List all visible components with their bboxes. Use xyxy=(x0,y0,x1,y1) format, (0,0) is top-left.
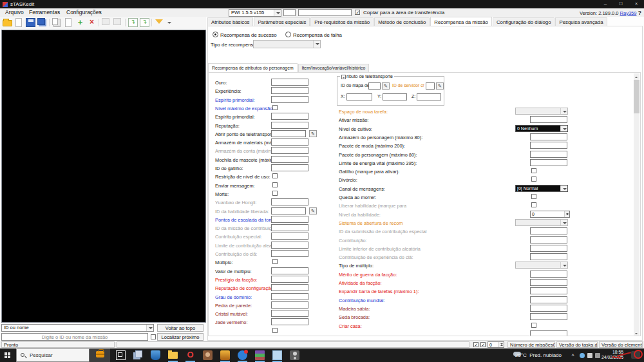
tab-m-todo-de-conclus-o[interactable]: Método de conclusão xyxy=(374,17,430,26)
checkbox[interactable] xyxy=(272,191,278,196)
opera-icon[interactable]: O xyxy=(185,350,195,360)
spinner-arrows-icon[interactable] xyxy=(498,342,504,347)
notification-badge-icon[interactable] xyxy=(625,350,643,361)
status-checkbox-2[interactable] xyxy=(480,342,486,347)
open-folder-icon[interactable] xyxy=(3,20,12,26)
text-input[interactable] xyxy=(271,216,308,223)
taskbar-search-box[interactable]: Pesquisar xyxy=(16,348,90,362)
search-input[interactable]: Digite o ID ou nome da missão xyxy=(1,333,148,341)
text-input[interactable] xyxy=(530,133,567,140)
subtab-2[interactable]: Item/Invocação/variável/histórico xyxy=(298,64,370,72)
checkbox[interactable] xyxy=(531,323,536,328)
save-all-icon[interactable] xyxy=(37,18,45,25)
text-input[interactable] xyxy=(530,279,567,286)
text-input[interactable] xyxy=(530,116,567,123)
find-next-button[interactable]: Localizar próximo xyxy=(157,333,204,341)
search-option-checkbox[interactable] xyxy=(151,334,156,339)
volume-icon[interactable] xyxy=(595,353,600,358)
back-to-top-button[interactable]: Voltar ao topo xyxy=(157,324,204,332)
text-input[interactable] xyxy=(271,96,308,103)
checkbox[interactable] xyxy=(531,202,536,207)
text-input[interactable] xyxy=(271,147,308,154)
text-input[interactable] xyxy=(530,271,567,278)
export-page-icon[interactable] xyxy=(65,18,71,27)
dropdown[interactable]: [0] Normal xyxy=(515,185,568,192)
text-input[interactable] xyxy=(530,227,567,234)
tab-configura-o-do-di-logo[interactable]: Configuração do diálogo xyxy=(493,17,555,26)
weather-text[interactable]: 25°C Pred. nublado xyxy=(515,352,562,358)
text-input[interactable] xyxy=(271,267,308,274)
checkbox[interactable] xyxy=(272,259,278,264)
text-input[interactable] xyxy=(271,164,308,171)
note-icon[interactable] xyxy=(272,350,282,360)
game-icon[interactable] xyxy=(220,350,230,360)
menu-arquivo[interactable]: Arquivo xyxy=(3,9,26,16)
help-icon[interactable]: ? xyxy=(638,10,642,16)
author-link[interactable]: Ray359 xyxy=(620,10,637,16)
text-input[interactable] xyxy=(530,296,567,303)
text-input[interactable] xyxy=(271,79,308,86)
avatar-icon[interactable] xyxy=(203,350,213,360)
text-input[interactable] xyxy=(271,122,308,129)
text-input[interactable] xyxy=(271,113,308,120)
success-reward-radio[interactable] xyxy=(213,32,218,37)
shield-icon[interactable] xyxy=(151,350,160,360)
text-input[interactable] xyxy=(271,130,306,137)
text-input[interactable] xyxy=(271,224,308,231)
text-input[interactable] xyxy=(530,313,567,320)
new-file-icon[interactable] xyxy=(15,18,22,27)
disabled-a-icon[interactable] xyxy=(102,18,109,25)
copy-clipboard-checkbox[interactable] xyxy=(355,10,360,15)
pencil-button[interactable]: ✎ xyxy=(309,130,317,137)
text-input[interactable] xyxy=(530,330,567,336)
checkbox[interactable] xyxy=(272,182,278,187)
text-input[interactable] xyxy=(271,156,308,163)
scroll-up-icon[interactable] xyxy=(634,73,639,79)
status-checkbox-1[interactable] xyxy=(473,342,478,347)
text-input[interactable] xyxy=(271,198,308,205)
text-input[interactable] xyxy=(530,236,567,243)
task-view-icon[interactable] xyxy=(116,350,126,360)
stacked-windows-icon[interactable] xyxy=(135,350,142,357)
add-icon[interactable]: + xyxy=(75,18,85,27)
disabled-b-icon[interactable] xyxy=(113,18,121,25)
search-mode-dropdown[interactable]: ID ou nome xyxy=(1,324,154,332)
taskbar-active-app[interactable] xyxy=(90,348,110,362)
circle-badge-icon[interactable] xyxy=(238,350,247,360)
text-input[interactable] xyxy=(530,142,567,149)
subtab-1[interactable]: Recompensa de atributos do personagem xyxy=(208,63,298,72)
checkbox[interactable] xyxy=(531,194,536,199)
tab-pesquisa-avan-ada[interactable]: Pesquisa avançada xyxy=(555,17,607,26)
text-input[interactable] xyxy=(271,318,308,325)
number-spinner[interactable]: 0 xyxy=(530,211,570,218)
text-input[interactable] xyxy=(530,305,567,312)
text-input[interactable] xyxy=(271,276,308,283)
text-input[interactable] xyxy=(530,159,567,166)
delete-icon[interactable]: × xyxy=(87,18,97,27)
dropdown[interactable] xyxy=(515,108,568,115)
tray-chevron-icon[interactable]: ˄ xyxy=(571,352,574,358)
tray-icon-2[interactable] xyxy=(587,353,592,358)
tab-par-metros-especiais[interactable]: Parâmetros especiais xyxy=(254,17,310,26)
menu-configuracoes[interactable]: Configurações xyxy=(64,9,104,16)
text-input[interactable] xyxy=(530,287,567,294)
text-input[interactable] xyxy=(271,301,308,309)
checkbox[interactable] xyxy=(272,328,278,333)
client-version-dropdown[interactable]: PWI 1.5.5 v155 xyxy=(229,9,281,17)
folder-icon[interactable] xyxy=(168,352,178,359)
checkbox[interactable] xyxy=(531,168,536,173)
maximize-icon[interactable]: □ xyxy=(613,0,629,8)
text-input[interactable] xyxy=(530,245,567,252)
scrollbar-thumb[interactable] xyxy=(634,80,639,113)
reward-type-dropdown[interactable] xyxy=(253,40,321,48)
minimize-icon[interactable]: – xyxy=(598,0,613,8)
table-export-icon[interactable] xyxy=(128,18,138,27)
checkbox[interactable] xyxy=(272,173,278,178)
text-input[interactable] xyxy=(271,233,308,240)
table-import-icon[interactable] xyxy=(140,18,149,27)
text-input[interactable] xyxy=(271,250,308,257)
text-input[interactable] xyxy=(530,151,567,158)
task-list-panel[interactable] xyxy=(1,30,206,323)
tab-recompensa-da-miss-o[interactable]: Recompensa da missão xyxy=(430,17,492,26)
text-input[interactable] xyxy=(530,253,567,260)
